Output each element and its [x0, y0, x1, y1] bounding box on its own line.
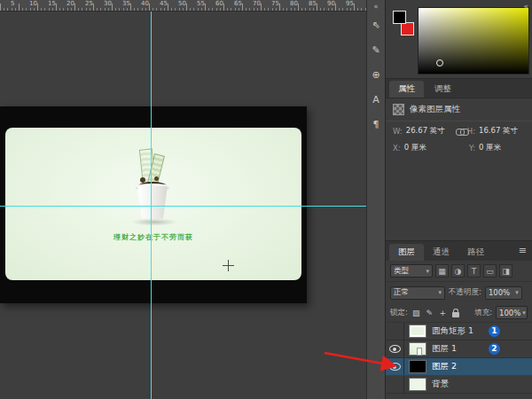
layer-row-layer-2[interactable]: 图层 2 [386, 358, 532, 376]
layer-thumbnail[interactable] [409, 360, 426, 373]
position-row: X: 0 厘米 Y: 0 厘米 [386, 138, 532, 155]
brush-panel-icon[interactable]: ✎ [369, 43, 384, 58]
layer-name[interactable]: 图层 2 [432, 361, 457, 372]
filter-pixel-layers-icon[interactable]: ▦ [435, 264, 449, 278]
lock-row: 锁定: ▨ ✎ + 填充: 100% ▾ [386, 303, 532, 323]
y-label: Y: [469, 144, 475, 153]
photoshop-window: 5101520253035404550556065707580859095 理财… [0, 0, 532, 399]
visibility-toggle[interactable] [386, 323, 404, 340]
link-dimensions-icon[interactable] [456, 128, 464, 136]
pixel-layer-icon [393, 104, 404, 115]
blend-row: 正常 ▾ 不透明度: 100% ▾ [386, 282, 532, 303]
artboard[interactable]: 理财之妙在于不劳而获 [5, 128, 301, 280]
annotation-badge-2: 2 [489, 343, 500, 355]
background-color-swatch[interactable] [401, 22, 414, 35]
size-row: W: 26.67 英寸 H: 16.67 英寸 [386, 121, 532, 138]
ruler-number: 65 [232, 0, 242, 7]
filter-adjustment-layers-icon[interactable]: ◑ [451, 264, 465, 278]
layer-row-background[interactable]: 背景 [386, 376, 532, 394]
tab-layers[interactable]: 图层 [389, 244, 424, 261]
fill-label: 填充: [474, 308, 492, 318]
horizontal-guide[interactable] [0, 206, 366, 207]
layer-thumbnail[interactable] [409, 325, 426, 338]
filter-smart-objects-icon[interactable]: ◨ [499, 264, 512, 278]
ruler-number: 80 [288, 0, 298, 7]
history-panel-icon[interactable]: ⇖ [369, 18, 384, 33]
ruler-number: 55 [195, 0, 205, 7]
x-label: X: [393, 144, 401, 153]
fill-value: 100% [499, 309, 520, 317]
visibility-toggle[interactable] [386, 358, 404, 375]
layer-name[interactable]: 背景 [432, 379, 449, 390]
collapse-panels-icon[interactable]: « [523, 2, 528, 11]
layer-type-label: 像素图层属性 [410, 104, 460, 115]
chevron-down-icon: ▾ [522, 309, 526, 317]
paragraph-panel-icon[interactable]: ¶ [369, 117, 384, 132]
right-panel: « 属性 调整 像素图层属性 W: 26.67 英寸 H: [385, 0, 532, 399]
lock-position-icon[interactable]: + [438, 309, 448, 317]
ruler-number: 50 [176, 0, 186, 7]
visibility-toggle[interactable] [386, 376, 404, 393]
layer-row-rounded-rectangle-1[interactable]: 圆角矩形 1 1 [386, 323, 532, 340]
lock-all-icon[interactable] [452, 312, 459, 317]
lock-pixels-icon[interactable]: ✎ [425, 309, 434, 317]
layer-thumbnail[interactable] [409, 378, 426, 391]
y-value[interactable]: 0 厘米 [479, 143, 525, 153]
tab-properties[interactable]: 属性 [389, 81, 424, 98]
fill-dropdown[interactable]: 100% ▾ [496, 306, 528, 319]
layer-name[interactable]: 圆角矩形 1 [432, 325, 473, 337]
ruler-number: 95 [344, 0, 354, 7]
filter-kind-label: 类型 [394, 266, 409, 277]
layer-name[interactable]: 图层 1 [432, 343, 457, 355]
visibility-toggle[interactable] [386, 340, 404, 357]
lock-transparency-icon[interactable]: ▨ [411, 309, 421, 317]
opacity-dropdown[interactable]: 100% ▾ [485, 286, 522, 300]
ruler-number: 90 [325, 0, 335, 7]
layer-row-layer-1[interactable]: 图层 1 2 [386, 340, 532, 358]
canvas-area[interactable]: 理财之妙在于不劳而获 [0, 12, 366, 399]
ruler-number: 70 [251, 0, 261, 7]
ruler-number: 40 [139, 0, 149, 7]
x-value[interactable]: 0 厘米 [404, 143, 450, 153]
foreground-color-swatch[interactable] [393, 11, 406, 24]
canvas-caption: 理财之妙在于不劳而获 [5, 232, 301, 242]
color-field[interactable] [418, 7, 529, 74]
layers-panel-menu-icon[interactable]: ≡ [519, 245, 527, 256]
tab-adjustments[interactable]: 调整 [426, 81, 460, 98]
ruler-number: 15 [46, 0, 56, 7]
blend-mode-dropdown[interactable]: 正常 ▾ [390, 286, 445, 300]
lock-label: 锁定: [390, 308, 408, 318]
width-value[interactable]: 26.67 英寸 [406, 126, 452, 137]
collapse-dock-icon[interactable]: « [374, 3, 379, 11]
filter-type-layers-icon[interactable]: T [467, 264, 481, 278]
eye-icon [389, 345, 401, 353]
filter-shape-layers-icon[interactable]: ▭ [483, 264, 497, 278]
ruler-number: 45 [158, 0, 168, 7]
layer-thumbnail[interactable] [409, 342, 426, 356]
ruler-number: 75 [270, 0, 279, 7]
color-picker-ring[interactable] [436, 59, 443, 66]
chevron-down-icon: ▾ [426, 268, 429, 275]
ruler-number: 30 [102, 0, 112, 7]
chevron-down-icon: ▾ [515, 289, 519, 296]
clone-source-panel-icon[interactable]: ⊕ [369, 67, 384, 82]
filter-kind-dropdown[interactable]: 类型 ▾ [390, 264, 433, 278]
coin-graphic [154, 176, 159, 181]
tab-paths[interactable]: 路径 [458, 244, 493, 261]
crosshair-cursor [223, 260, 234, 271]
layer-type-row: 像素图层属性 [386, 98, 532, 121]
ruler-number: 10 [27, 0, 37, 7]
ruler-number: 60 [214, 0, 223, 7]
character-panel-icon[interactable]: A [369, 92, 384, 107]
document[interactable]: 理财之妙在于不劳而获 [0, 106, 307, 303]
opacity-label: 不透明度: [449, 287, 481, 298]
annotation-badge-1: 1 [489, 325, 500, 337]
layer-filter-row: 类型 ▾ ▦ ◑ T ▭ ◨ [386, 261, 532, 282]
height-value[interactable]: 16.67 英寸 [479, 126, 525, 137]
tab-channels[interactable]: 通道 [424, 244, 458, 261]
ruler-number: 25 [83, 0, 93, 7]
horizontal-ruler[interactable]: 5101520253035404550556065707580859095 [0, 0, 366, 12]
eye-icon [389, 363, 401, 371]
properties-tabbar: 属性 调整 [386, 79, 532, 98]
layers-tabbar: 图层 通道 路径 ≡ [386, 241, 532, 261]
